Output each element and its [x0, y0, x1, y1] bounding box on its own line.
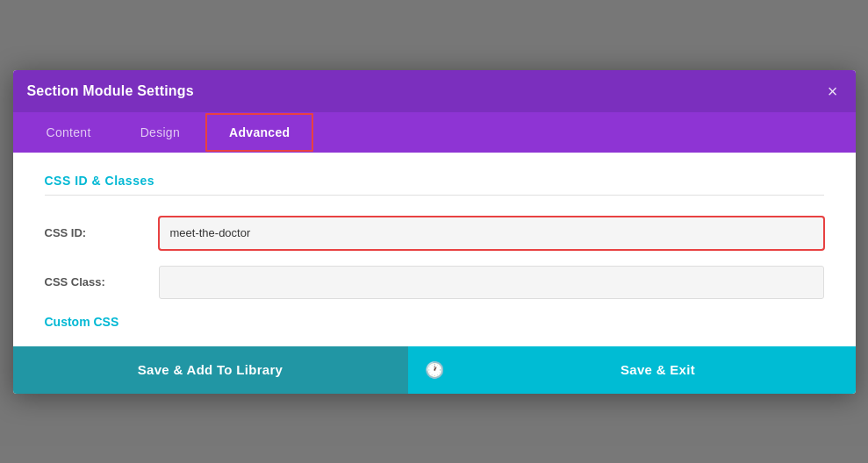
css-id-label: CSS ID: — [45, 226, 159, 239]
modal-title: Section Module Settings — [27, 83, 194, 99]
tab-bar: Content Design Advanced — [13, 112, 856, 153]
css-class-field-row: CSS Class: — [45, 266, 824, 299]
css-id-input[interactable] — [159, 217, 824, 250]
clock-button[interactable]: 🕐 — [408, 346, 461, 394]
modal: Section Module Settings × Content Design… — [13, 70, 856, 394]
css-id-classes-section: CSS ID & Classes CSS ID: CSS Class: — [45, 174, 824, 299]
save-library-button[interactable]: Save & Add To Library — [13, 346, 408, 394]
css-class-label: CSS Class: — [45, 275, 159, 288]
css-id-classes-heading: CSS ID & Classes — [45, 174, 824, 188]
save-exit-button[interactable]: Save & Exit — [461, 346, 856, 394]
modal-overlay: Section Module Settings × Content Design… — [0, 0, 868, 463]
custom-css-heading: Custom CSS — [45, 315, 824, 329]
css-id-field-row: CSS ID: — [45, 217, 824, 250]
close-button[interactable]: × — [824, 79, 842, 103]
modal-footer: Save & Add To Library 🕐 Save & Exit — [13, 346, 856, 394]
css-class-input[interactable] — [159, 266, 824, 299]
modal-titlebar: Section Module Settings × — [13, 70, 856, 112]
tab-design[interactable]: Design — [116, 112, 204, 153]
tab-advanced[interactable]: Advanced — [204, 112, 314, 153]
custom-css-section: Custom CSS — [45, 315, 824, 329]
clock-icon: 🕐 — [425, 360, 444, 380]
modal-body: CSS ID & Classes CSS ID: CSS Class: Cust… — [13, 153, 856, 346]
section-divider — [45, 195, 824, 196]
tab-content[interactable]: Content — [22, 112, 116, 153]
